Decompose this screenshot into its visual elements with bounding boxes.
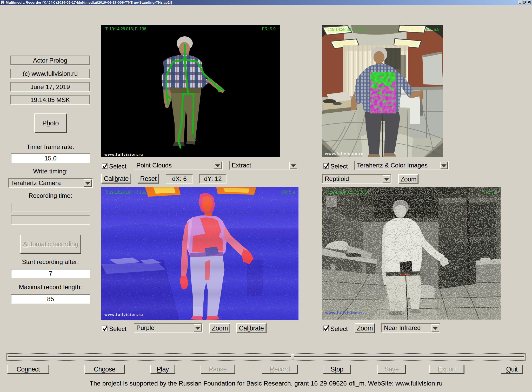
svg-text:www.fullvision.ru: www.fullvision.ru xyxy=(104,312,143,317)
svg-text:www.fullvision.ru: www.fullvision.ru xyxy=(325,310,364,315)
svg-text:T: 19:14:28.013; F: 136: T: 19:14:28.013; F: 136 xyxy=(105,27,146,31)
svg-text:T: 19:14:28.381; F: 137: T: 19:14:28.381; F: 137 xyxy=(326,27,367,32)
svg-text:FR: 5.9: FR: 5.9 xyxy=(281,190,295,194)
svg-text:www.fullvision.ru: www.fullvision.ru xyxy=(325,151,364,156)
svg-text:T: 19:14:28.167; F: 136: T: 19:14:28.167; F: 136 xyxy=(105,190,146,194)
svg-text:www.fullvision.ru: www.fullvision.ru xyxy=(104,152,143,157)
svg-text:FR: 5.9: FR: 5.9 xyxy=(262,27,276,31)
svg-text:T: 19:14:28.013; F: 136: T: 19:14:28.013; F: 136 xyxy=(326,190,367,194)
svg-text:FR: 5.9: FR: 5.9 xyxy=(483,190,497,194)
svg-text:FR: 5.9: FR: 5.9 xyxy=(426,27,440,32)
